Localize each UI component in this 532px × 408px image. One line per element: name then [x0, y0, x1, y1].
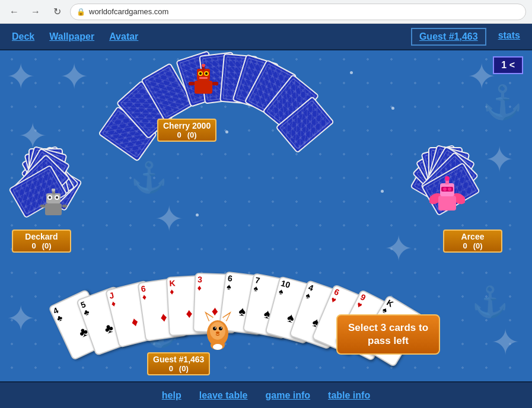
- bg-dot: [381, 190, 384, 193]
- svg-point-27: [448, 187, 451, 191]
- anchor-deco: ⚓: [472, 285, 508, 319]
- star-deco: ✦: [384, 231, 413, 267]
- table-info-link[interactable]: table info: [328, 390, 370, 401]
- svg-rect-9: [189, 82, 195, 85]
- cherry2000-name: Cherry 2000: [163, 121, 211, 130]
- bottom-nav: help leave table game info table info: [0, 381, 532, 408]
- guest-avatar: [202, 308, 234, 350]
- svg-point-26: [443, 187, 447, 191]
- deckard-avatar: [40, 189, 67, 221]
- cherry2000-total: (0): [187, 130, 197, 139]
- game-info-link[interactable]: game info: [266, 390, 311, 401]
- svg-point-37: [219, 327, 222, 330]
- deckard-score: 0: [31, 241, 36, 250]
- guest-badge: Guest #1,463 0 (0): [147, 352, 210, 375]
- svg-rect-23: [438, 196, 456, 211]
- instruction-text: Select 3 cards to pass left: [348, 322, 428, 346]
- svg-point-6: [199, 72, 202, 75]
- back-button[interactable]: ←: [6, 4, 23, 20]
- svg-point-17: [49, 196, 51, 199]
- help-link[interactable]: help: [162, 390, 181, 401]
- anchor-deco: ⚓: [130, 160, 167, 195]
- leave-table-link[interactable]: leave table: [199, 390, 248, 401]
- svg-point-29: [445, 176, 450, 181]
- nav-right: Guest #1,463 stats: [411, 28, 526, 46]
- arcee-score: 0: [463, 241, 467, 250]
- svg-point-38: [215, 327, 216, 329]
- bg-dot: [391, 107, 394, 110]
- svg-rect-10: [212, 82, 218, 85]
- svg-point-35: [210, 322, 225, 340]
- wallpaper-link[interactable]: Wallpaper: [43, 29, 100, 44]
- svg-point-7: [205, 72, 208, 75]
- svg-point-39: [221, 327, 222, 329]
- guest-total: (0): [179, 364, 189, 373]
- svg-point-42: [213, 344, 222, 350]
- stats-link[interactable]: stats: [492, 28, 526, 46]
- deckard-name: Deckard: [18, 232, 65, 241]
- arcee-avatar: [429, 175, 462, 222]
- reload-button[interactable]: ↻: [49, 4, 65, 20]
- arcee-name: Arcee: [449, 232, 496, 241]
- address-bar[interactable]: 🔒 worldofcardgames.com: [70, 4, 526, 20]
- bg-dot: [350, 71, 353, 74]
- top-nav: Deck Wallpaper Avatar Guest #1,463 stats: [0, 24, 532, 50]
- cherry2000-avatar: [189, 64, 218, 100]
- svg-rect-8: [199, 77, 208, 79]
- svg-point-36: [213, 327, 216, 330]
- cherry2000-badge: Cherry 2000 0 (0): [157, 119, 216, 142]
- svg-rect-0: [195, 81, 212, 94]
- browser-chrome: ← → ↻ 🔒 worldofcardgames.com: [0, 0, 532, 24]
- star-deco: ✦: [490, 325, 520, 361]
- svg-rect-20: [62, 205, 67, 208]
- forward-button[interactable]: →: [27, 4, 44, 20]
- svg-point-40: [216, 332, 219, 334]
- star-deco: ✦: [59, 59, 89, 95]
- url-text: worldofcardgames.com: [89, 7, 168, 16]
- arcee-badge: Arcee 0 (0): [443, 230, 502, 253]
- deckard-badge: Deckard 0 (0): [12, 230, 71, 253]
- game-area: ✦ ✦ ✦ ✦ ✦ ✦ ✦ ✦ ✦ ⚓ ⚓ ⚓ ⚓ Deck Wallpaper…: [0, 24, 532, 408]
- star-deco: ✦: [6, 301, 36, 337]
- bg-dot: [196, 213, 199, 216]
- deckard-total: (0): [42, 241, 52, 250]
- instruction-box: Select 3 cards to pass left: [336, 314, 440, 355]
- guest-badge[interactable]: Guest #1,463: [411, 28, 486, 46]
- cherry2000-score: 0: [177, 130, 181, 139]
- svg-point-3: [202, 64, 205, 67]
- svg-rect-11: [45, 203, 62, 215]
- guest-score: 0: [169, 364, 173, 373]
- anchor-deco: ⚓: [482, 83, 523, 122]
- star-deco: ✦: [467, 59, 496, 95]
- avatar-link[interactable]: Avatar: [103, 29, 144, 44]
- star-deco: ✦: [6, 59, 36, 95]
- lock-icon: 🔒: [77, 8, 85, 16]
- star-deco: ✦: [154, 202, 184, 237]
- arcee-total: (0): [473, 241, 483, 250]
- round-counter[interactable]: 1 <: [493, 56, 523, 74]
- deck-link[interactable]: Deck: [6, 29, 40, 44]
- svg-point-18: [56, 196, 58, 199]
- svg-rect-19: [40, 205, 45, 208]
- guest-name: Guest #1,463: [153, 355, 204, 364]
